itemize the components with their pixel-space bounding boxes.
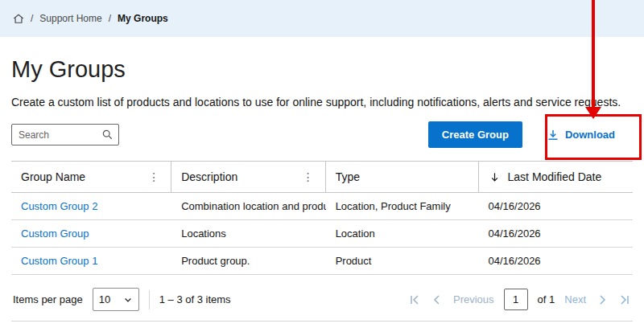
sort-descending-icon[interactable] (489, 171, 501, 183)
column-label: Description (181, 170, 237, 183)
table-row: Custom Group 2 Combination location and … (11, 193, 633, 220)
download-icon (547, 129, 559, 141)
next-button[interactable]: Next (564, 293, 586, 305)
table-header: Group Name ⋮ Description ⋮ Type L (11, 161, 633, 193)
breadcrumb: / Support Home / My Groups (0, 0, 644, 37)
column-label: Type (336, 170, 360, 183)
next-page-icon[interactable] (596, 293, 609, 306)
items-per-page-value: 10 (99, 293, 110, 305)
breadcrumb-separator: / (31, 13, 33, 24)
group-name-link[interactable]: Custom Group (11, 220, 171, 247)
group-type: Location (326, 220, 479, 247)
pagination-controls: Previous of 1 Next (408, 289, 631, 310)
groups-table: Group Name ⋮ Description ⋮ Type L (11, 161, 633, 275)
group-description: Locations (171, 220, 325, 247)
previous-button[interactable]: Previous (453, 293, 494, 305)
group-name-link[interactable]: Custom Group 2 (11, 193, 171, 219)
previous-page-icon[interactable] (431, 293, 444, 306)
column-menu-icon[interactable]: ⋮ (301, 171, 316, 182)
column-menu-icon[interactable]: ⋮ (147, 171, 161, 182)
toolbar-actions: Create Group Download (428, 121, 633, 148)
items-range-text: 1 – 3 of 3 items (159, 293, 231, 305)
chevron-down-icon (123, 295, 133, 305)
page-number-input[interactable] (504, 289, 528, 310)
page: / Support Home / My Groups My Groups Cre… (0, 0, 644, 336)
page-count-text: of 1 (538, 293, 555, 305)
group-name-link[interactable]: Custom Group 1 (11, 248, 171, 274)
first-page-icon[interactable] (408, 293, 421, 306)
search-icon (101, 129, 114, 141)
column-label: Last Modified Date (508, 170, 602, 183)
create-group-button[interactable]: Create Group (428, 121, 522, 148)
column-header-group-name: Group Name ⋮ (11, 162, 171, 192)
download-button[interactable]: Download (543, 124, 618, 146)
column-label: Group Name (21, 170, 85, 183)
table-row: Custom Group Locations Location 04/16/20… (11, 220, 633, 248)
home-icon[interactable] (13, 13, 24, 24)
group-description: Product group. (171, 248, 325, 274)
group-description: Combination location and product ... (171, 193, 325, 219)
column-header-type: Type (326, 162, 479, 192)
last-page-icon[interactable] (618, 293, 631, 306)
items-per-page-label: Items per page (13, 293, 83, 305)
table-row: Custom Group 1 Product group. Product 04… (11, 248, 633, 275)
group-type: Product (326, 248, 479, 274)
column-header-last-modified[interactable]: Last Modified Date (479, 162, 633, 192)
group-modified-date: 04/16/2026 (479, 193, 633, 219)
items-per-page-group: Items per page 10 1 – 3 of 3 items (13, 288, 231, 311)
breadcrumb-separator: / (109, 13, 111, 24)
group-type: Location, Product Family (326, 193, 479, 219)
group-modified-date: 04/16/2026 (479, 248, 633, 274)
divider (149, 290, 150, 309)
page-description: Create a custom list of products and loc… (11, 96, 633, 109)
table-footer: Items per page 10 1 – 3 of 3 items (11, 283, 633, 322)
search-input[interactable] (19, 129, 101, 141)
toolbar: Create Group Download (11, 121, 633, 148)
download-label: Download (565, 129, 615, 141)
column-header-description: Description ⋮ (171, 162, 325, 192)
page-title: My Groups (11, 56, 633, 83)
breadcrumb-my-groups: My Groups (118, 13, 168, 24)
search-box (11, 124, 119, 145)
breadcrumb-support-home[interactable]: Support Home (39, 13, 101, 24)
group-modified-date: 04/16/2026 (479, 220, 633, 247)
items-per-page-select[interactable]: 10 (93, 288, 139, 311)
